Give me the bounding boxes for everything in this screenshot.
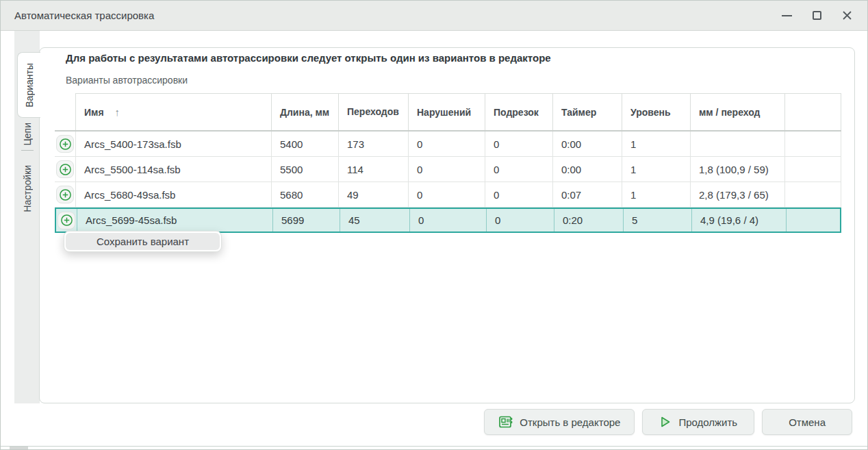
cancel-label: Отмена (789, 416, 826, 428)
cell-level: 5 (623, 209, 691, 232)
header-violations[interactable]: Нарушений (408, 93, 485, 130)
add-variant-button[interactable] (56, 160, 74, 178)
cell-length: 5680 (271, 182, 338, 207)
cell-timer: 0:07 (552, 182, 622, 207)
tab-nets[interactable]: Цепи (14, 120, 40, 149)
cell-timer: 0:00 (552, 157, 622, 182)
table-header-row: Имя ↑ Длина, мм Переходов Нарушений Подр… (55, 93, 841, 132)
cell-vias: 173 (338, 132, 408, 156)
cancel-button[interactable]: Отмена (762, 409, 852, 435)
play-icon (659, 415, 672, 429)
header-plus-column (55, 93, 75, 130)
footer-buttons: Открыть в редакторе Продолжить Отмена (484, 409, 852, 435)
plus-circle-icon (59, 138, 72, 151)
cell-mm-per-via: 2,8 (179,3 / 65) (690, 182, 784, 207)
row-plus-cell (55, 157, 75, 182)
cell-name: Arcs_5680-49sa.fsb (75, 182, 271, 207)
row-plus-cell (55, 132, 75, 156)
tab-variants-label: Варианты (24, 63, 35, 108)
cell-violations: 0 (408, 157, 485, 182)
row-plus-cell (55, 182, 75, 207)
cell-empty (784, 132, 841, 156)
cell-violations: 0 (408, 182, 485, 207)
menu-item-save-variant[interactable]: Сохранить вариант (66, 233, 220, 250)
open-in-editor-label: Открыть в редакторе (520, 416, 620, 428)
add-variant-button[interactable] (56, 186, 74, 203)
cell-empty (784, 182, 841, 207)
maximize-button[interactable] (802, 1, 832, 30)
minimize-button[interactable] (771, 1, 802, 30)
cell-level: 1 (622, 132, 690, 156)
context-menu: Сохранить вариант (64, 231, 222, 252)
continue-label: Продолжить (678, 416, 737, 428)
cell-necks: 0 (485, 132, 552, 156)
cell-empty (784, 157, 841, 182)
window-title: Автоматическая трассировка (14, 1, 154, 30)
resize-grip[interactable] (10, 447, 28, 449)
notice-text: Для работы с результатами автотрассировк… (66, 52, 551, 64)
header-level[interactable]: Уровень (622, 93, 690, 130)
header-name[interactable]: Имя ↑ (75, 93, 271, 130)
row-plus-cell (56, 209, 77, 232)
header-vias[interactable]: Переходов (338, 93, 408, 130)
cell-name: Arcs_5500-114sa.fsb (75, 157, 271, 182)
cell-name: Arcs_5699-45sa.fsb (77, 209, 272, 232)
cell-mm-per-via (690, 132, 784, 156)
cell-violations: 0 (408, 132, 485, 156)
header-necks[interactable]: Подрезок (485, 93, 552, 130)
tab-settings-label: Настройки (22, 165, 33, 212)
dialog-window: Автоматическая трассировка Варианты Цепи… (0, 0, 868, 450)
table-row[interactable]: Arcs_5699-45sa.fsb 5699 45 0 0 0:20 5 4,… (55, 208, 841, 233)
cell-necks: 0 (485, 182, 552, 207)
table-body: Arcs_5400-173sa.fsb 5400 173 0 0 0:00 1 … (55, 132, 841, 233)
cell-timer: 0:00 (552, 132, 622, 156)
sort-asc-icon: ↑ (115, 106, 120, 118)
table-row[interactable]: Arcs_5680-49sa.fsb 5680 49 0 0 0:07 1 2,… (55, 182, 841, 208)
variants-table: Имя ↑ Длина, мм Переходов Нарушений Подр… (55, 93, 841, 233)
plus-circle-icon (59, 188, 72, 201)
header-mm-per-via[interactable]: мм / переход (690, 93, 784, 130)
cell-vias: 45 (340, 209, 409, 232)
table-row[interactable]: Arcs_5500-114sa.fsb 5500 114 0 0 0:00 1 … (55, 157, 841, 182)
cell-length: 5699 (272, 209, 340, 232)
variants-subtitle: Варианты автотрассировки (66, 75, 188, 86)
table-row[interactable]: Arcs_5400-173sa.fsb 5400 173 0 0 0:00 1 (55, 132, 841, 157)
add-variant-button[interactable] (56, 135, 74, 153)
cell-level: 1 (622, 157, 690, 182)
cell-mm-per-via: 4,9 (19,6 / 4) (691, 209, 786, 232)
minimize-icon (782, 15, 792, 16)
tab-variants[interactable]: Варианты (17, 52, 40, 118)
close-button[interactable] (832, 1, 862, 30)
editor-icon (498, 415, 513, 429)
cell-name: Arcs_5400-173sa.fsb (75, 132, 271, 156)
plus-circle-icon (59, 163, 72, 176)
header-timer[interactable]: Таймер (552, 93, 622, 130)
add-variant-button[interactable] (58, 212, 75, 229)
cell-mm-per-via: 1,8 (100,9 / 59) (690, 157, 784, 182)
titlebar: Автоматическая трассировка (1, 1, 867, 31)
header-length[interactable]: Длина, мм (271, 93, 338, 130)
cell-vias: 114 (338, 157, 408, 182)
open-in-editor-button[interactable]: Открыть в редакторе (484, 409, 635, 435)
tab-nets-label: Цепи (22, 123, 33, 146)
main-panel: Для работы с результатами автотрассировк… (39, 47, 855, 403)
cell-length: 5500 (271, 157, 338, 182)
window-bottom-edge (1, 446, 867, 447)
cell-vias: 49 (338, 182, 408, 207)
tab-divider (21, 150, 34, 151)
close-icon (842, 10, 852, 21)
window-controls (771, 1, 862, 30)
cell-violations: 0 (409, 209, 486, 232)
plus-circle-icon (60, 214, 73, 227)
header-empty (784, 93, 841, 130)
continue-button[interactable]: Продолжить (642, 409, 754, 435)
maximize-icon (813, 11, 821, 20)
tab-settings[interactable]: Настройки (14, 154, 40, 223)
cell-timer: 0:20 (554, 209, 623, 232)
cell-empty (786, 209, 843, 232)
cell-level: 1 (622, 182, 690, 207)
cell-necks: 0 (485, 157, 552, 182)
cell-length: 5400 (271, 132, 338, 156)
cell-necks: 0 (486, 209, 554, 232)
